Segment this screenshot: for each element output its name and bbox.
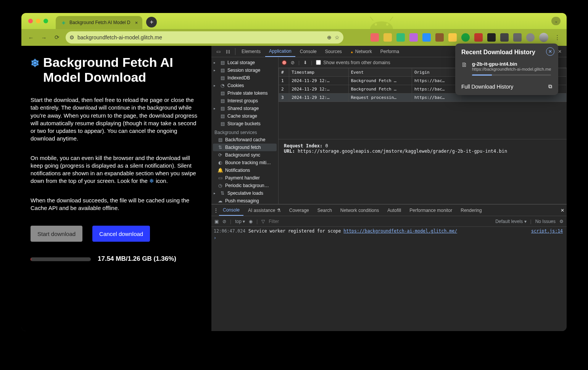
download-item[interactable]: 🗎 g-2b-it-gpu-int4.bin https://backgroun… <box>461 61 552 76</box>
tab-console[interactable]: Console <box>296 47 321 57</box>
col-origin[interactable]: Origin <box>412 68 461 77</box>
sidebar-toggle-icon[interactable]: ▣ <box>214 219 219 224</box>
col-timestamp[interactable]: Timestamp <box>289 68 349 77</box>
close-popover-button[interactable]: ✕ <box>546 47 554 56</box>
cancel-download-button[interactable]: Cancel download <box>92 226 150 242</box>
live-expression-icon[interactable]: ◉ <box>249 219 253 224</box>
sidebar-item[interactable]: ▸▤Local storage <box>211 59 278 66</box>
show-other-checkbox[interactable]: Show events from other domains <box>316 60 390 65</box>
download-history-popover: ✕ Recent Download History 🗎 g-2b-it-gpu-… <box>455 44 558 95</box>
full-download-history-link[interactable]: Full Download History ⧉ <box>461 83 552 90</box>
device-toggle-icon[interactable]: ⫿⫿ <box>224 47 233 56</box>
sidebar-item[interactable]: ▤Storage buckets <box>211 120 278 128</box>
drawer-tab-network-conditions[interactable]: Network conditions <box>337 205 383 215</box>
issues-badge[interactable]: No Issues <box>535 219 556 224</box>
drawer-menu-icon[interactable]: ⋮ <box>214 208 218 213</box>
col-num[interactable]: # <box>279 68 289 77</box>
extension-icon[interactable] <box>409 33 418 42</box>
drawer-tab-ai[interactable]: AI assistance ⚗ <box>244 205 285 215</box>
extension-icon[interactable] <box>448 33 457 42</box>
chrome-menu-button[interactable]: ⋮ <box>553 33 561 42</box>
clear-icon[interactable]: ⊘ <box>291 60 295 65</box>
sidebar-item[interactable]: ▸▤Session storage <box>211 66 278 74</box>
sidebar-item[interactable]: ⟳Background sync <box>211 151 278 159</box>
downloads-icon[interactable] <box>526 33 535 42</box>
extension-icon[interactable] <box>435 33 444 42</box>
drawer-tabs: ⋮ Console AI assistance ⚗ Coverage Searc… <box>211 205 567 216</box>
levels-selector[interactable]: Default levels ▾ <box>495 219 526 224</box>
tab-application[interactable]: Application <box>265 46 295 57</box>
extension-icon[interactable] <box>422 33 431 42</box>
back-button[interactable]: ← <box>27 33 35 42</box>
download-icon[interactable]: ⬇ <box>303 60 307 65</box>
start-download-button[interactable]: Start download <box>31 226 82 242</box>
install-app-icon[interactable]: ⊕ <box>327 34 332 40</box>
sidebar-item[interactable]: ▭Payment handler <box>211 174 278 182</box>
extension-icon[interactable] <box>461 33 470 42</box>
tab-sources[interactable]: Sources <box>321 47 346 57</box>
drawer-tab-search[interactable]: Search <box>314 205 336 215</box>
console-prompt[interactable]: › <box>214 235 564 241</box>
sidebar-item[interactable]: ▸⇅Speculative loads <box>211 189 278 197</box>
sidebar-item[interactable]: ▤Private state tokens <box>211 89 278 97</box>
col-event[interactable]: Event <box>348 68 412 77</box>
download-progress-bar <box>472 74 551 76</box>
sidebar-item[interactable]: ▤IndexedDB <box>211 74 278 82</box>
extension-icon[interactable] <box>371 33 379 42</box>
sidebar-item[interactable]: ▤Back/forward cache <box>211 136 278 144</box>
detail-label: URL: <box>284 149 295 154</box>
extension-icon[interactable] <box>396 33 405 42</box>
console-output[interactable]: 12:06:47.024 Service worker registered f… <box>211 227 567 331</box>
drawer-close-icon[interactable]: ✕ <box>561 208 564 213</box>
reload-button[interactable]: ⟳ <box>53 33 61 42</box>
sidebar-item-selected[interactable]: ⇅Background fetch <box>213 144 277 151</box>
checkbox[interactable] <box>316 60 321 65</box>
drawer-tab-autofill[interactable]: Autofill <box>383 205 405 215</box>
drawer-tab-coverage[interactable]: Coverage <box>285 205 313 215</box>
context-selector[interactable]: top ▾ <box>235 219 245 224</box>
profile-avatar[interactable] <box>539 33 548 42</box>
sidebar-item[interactable]: ▤Interest groups <box>211 97 278 105</box>
extension-icon[interactable] <box>383 33 392 42</box>
detail-label: Request Index: <box>284 143 322 149</box>
tab-elements[interactable]: Elements <box>238 47 264 57</box>
sidebar-item[interactable]: ▤Cache storage <box>211 112 278 120</box>
forward-button[interactable]: → <box>40 33 48 42</box>
extension-icon[interactable] <box>474 33 483 42</box>
new-tab-button[interactable]: + <box>146 17 157 27</box>
maximize-window[interactable] <box>43 19 48 23</box>
tab-performance[interactable]: Performa <box>377 47 403 57</box>
sidebar-item[interactable]: 🔔Notifications <box>211 166 278 174</box>
drawer-tab-rendering[interactable]: Rendering <box>457 205 485 215</box>
drawer-tab-perfmon[interactable]: Performance monitor <box>406 205 456 215</box>
console-settings-icon[interactable]: ⚙ <box>559 219 564 224</box>
filter-input[interactable] <box>269 219 326 224</box>
close-window[interactable] <box>28 19 33 23</box>
checkbox-label: Show events from other domains <box>323 60 390 65</box>
tab-close-button[interactable]: × <box>133 19 139 26</box>
svg-point-0 <box>375 23 377 26</box>
sidebar-item[interactable]: ◐Bounce tracking miti… <box>211 159 278 166</box>
sidebar-item[interactable]: ▸▤Shared storage <box>211 105 278 112</box>
log-link[interactable]: https://backgroundfetch-ai-model.glitch.… <box>343 228 457 234</box>
sidebar-item[interactable]: ◷Periodic backgroun… <box>211 182 278 189</box>
sidebar-item[interactable]: ▸◔Cookies <box>211 82 278 89</box>
record-button[interactable] <box>282 60 287 65</box>
extension-icon[interactable] <box>487 33 496 42</box>
browser-tab[interactable]: ◈ Background Fetch AI Model D × <box>56 16 142 29</box>
source-link[interactable]: script.js:14 <box>531 228 563 234</box>
clear-console-icon[interactable]: ⊘ <box>222 219 226 224</box>
minimize-window[interactable] <box>36 19 40 23</box>
inspect-icon[interactable]: ▭ <box>214 47 223 56</box>
extension-icon[interactable] <box>513 33 522 42</box>
address-bar[interactable]: ⚙ backgroundfetch-ai-model.glitch.me ⊕ ☆ <box>66 31 343 44</box>
tab-network[interactable]: Network <box>346 47 376 57</box>
bookmark-icon[interactable]: ☆ <box>335 34 340 40</box>
tab-overflow-button[interactable]: ⌄ <box>551 17 561 25</box>
application-sidebar[interactable]: ▸▤Local storage ▸▤Session storage ▤Index… <box>211 57 279 204</box>
site-settings-icon[interactable]: ⚙ <box>69 34 74 40</box>
mobile-paragraph: On mobile, you can even kill the browser… <box>31 154 202 185</box>
drawer-tab-console[interactable]: Console <box>219 205 243 216</box>
extension-icon[interactable] <box>500 33 509 42</box>
sidebar-item[interactable]: ☁Push messaging <box>211 197 278 204</box>
